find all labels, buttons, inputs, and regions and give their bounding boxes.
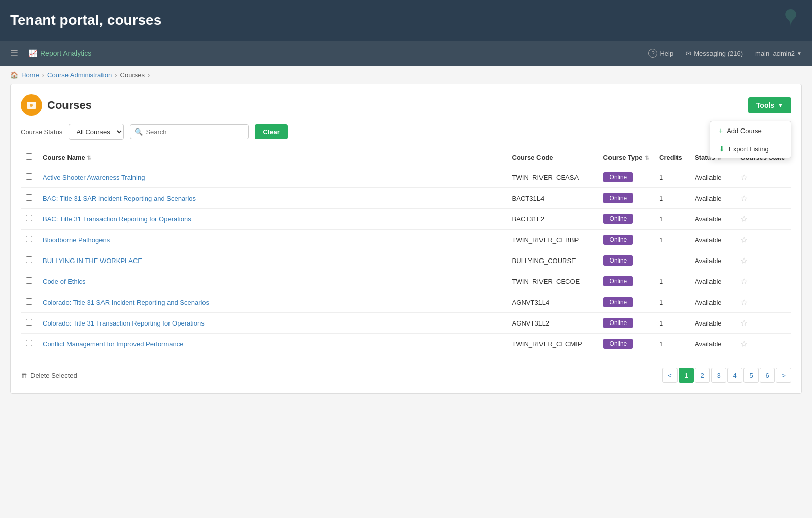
pagination: <123456> <box>662 368 791 383</box>
status-cell: Available <box>690 292 735 313</box>
row-checkbox-cell <box>21 334 38 354</box>
course-name-link[interactable]: BAC: Title 31 SAR Incident Reporting and… <box>43 195 196 202</box>
row-checkbox-5[interactable] <box>26 277 32 284</box>
course-name-link[interactable]: BULLYING IN THE WORKPLACE <box>43 257 142 265</box>
row-checkbox-8[interactable] <box>26 340 32 346</box>
course-name-link[interactable]: Colorado: Title 31 Transaction Reporting… <box>43 319 205 327</box>
star-icon[interactable]: ☆ <box>740 236 748 244</box>
nav-left: ☰ 📈 Report Analytics <box>10 48 91 59</box>
row-checkbox-0[interactable] <box>26 173 32 180</box>
delete-selected-button[interactable]: 🗑 Delete Selected <box>21 372 77 379</box>
pagination-prev[interactable]: < <box>662 368 678 383</box>
hamburger-icon[interactable]: ☰ <box>10 48 18 59</box>
credits-cell: 1 <box>654 188 690 209</box>
course-type-cell: Online <box>598 167 654 188</box>
pagination-page-5[interactable]: 5 <box>743 368 759 383</box>
top-header: Tenant portal, courses <box>0 0 812 41</box>
row-checkbox-3[interactable] <box>26 236 32 242</box>
row-checkbox-6[interactable] <box>26 298 32 305</box>
course-name-cell: Bloodborne Pathogens <box>38 230 507 250</box>
pagination-page-4[interactable]: 4 <box>727 368 742 383</box>
course-name-cell: BAC: Title 31 Transaction Reporting for … <box>38 209 507 230</box>
star-icon[interactable]: ☆ <box>740 256 748 265</box>
course-name-link[interactable]: Bloodborne Pathogens <box>43 236 110 244</box>
breadcrumb-home-link[interactable]: Home <box>21 71 39 79</box>
messaging-button[interactable]: ✉ Messaging (216) <box>686 50 743 57</box>
pagination-page-6[interactable]: 6 <box>760 368 775 383</box>
course-code-cell: TWIN_RIVER_CEASA <box>507 167 598 188</box>
star-icon[interactable]: ☆ <box>740 173 748 182</box>
table-row: Bloodborne Pathogens TWIN_RIVER_CEBBP On… <box>21 230 791 250</box>
row-checkbox-4[interactable] <box>26 256 32 263</box>
row-checkbox-1[interactable] <box>26 194 32 201</box>
table-header-row: Course Name Course Code Course Type Cred… <box>21 148 791 167</box>
nav-report-analytics[interactable]: 📈 Report Analytics <box>28 49 91 57</box>
course-name-cell: Colorado: Title 31 SAR Incident Reportin… <box>38 292 507 313</box>
tools-button[interactable]: Tools ▼ <box>748 97 791 113</box>
star-icon[interactable]: ☆ <box>740 194 748 203</box>
export-listing-item[interactable]: ⬇ Export Listing <box>710 140 791 158</box>
course-name-link[interactable]: Conflict Management for Improved Perform… <box>43 340 183 348</box>
state-cell: ☆ <box>735 167 791 188</box>
star-icon[interactable]: ☆ <box>740 215 748 223</box>
pagination-page-3[interactable]: 3 <box>711 368 726 383</box>
course-code-cell: AGNVT31L4 <box>507 292 598 313</box>
course-type-cell: Online <box>598 230 654 250</box>
breadcrumb-courses: Courses <box>120 71 145 79</box>
course-name-header[interactable]: Course Name <box>38 148 507 167</box>
course-type-badge: Online <box>603 214 633 224</box>
course-type-badge: Online <box>603 235 633 245</box>
course-name-cell: Code of Ethics <box>38 271 507 292</box>
row-checkbox-7[interactable] <box>26 319 32 326</box>
pagination-next[interactable]: > <box>776 368 791 383</box>
select-all-header <box>21 148 38 167</box>
course-type-header[interactable]: Course Type <box>598 148 654 167</box>
course-type-cell: Online <box>598 271 654 292</box>
course-code-cell: BACT31L4 <box>507 188 598 209</box>
course-name-link[interactable]: Active Shooter Awareness Training <box>43 174 145 181</box>
row-checkbox-cell <box>21 250 38 271</box>
course-name-link[interactable]: Code of Ethics <box>43 278 86 285</box>
pagination-page-2[interactable]: 2 <box>695 368 710 383</box>
trash-icon: 🗑 <box>21 372 27 379</box>
course-type-badge: Online <box>603 318 633 328</box>
table-body: Active Shooter Awareness Training TWIN_R… <box>21 167 791 354</box>
pagination-page-1[interactable]: 1 <box>679 368 694 383</box>
star-icon[interactable]: ☆ <box>740 298 748 307</box>
clear-button[interactable]: Clear <box>255 124 288 139</box>
row-checkbox-cell <box>21 271 38 292</box>
course-type-cell: Online <box>598 188 654 209</box>
credits-cell: 1 <box>654 292 690 313</box>
download-icon: ⬇ <box>719 145 725 153</box>
credits-header: Credits <box>654 148 690 167</box>
add-course-item[interactable]: + Add Course <box>710 121 791 140</box>
star-icon[interactable]: ☆ <box>740 340 748 348</box>
user-menu[interactable]: main_admin2 ▼ <box>755 50 802 57</box>
search-input[interactable] <box>143 125 244 139</box>
row-checkbox-cell <box>21 230 38 250</box>
svg-point-2 <box>30 104 33 107</box>
messaging-label: Messaging (216) <box>694 50 743 57</box>
table-row: BULLYING IN THE WORKPLACE BULLYING_COURS… <box>21 250 791 271</box>
breadcrumb-sep-2: › <box>115 71 117 79</box>
table-row: Active Shooter Awareness Training TWIN_R… <box>21 167 791 188</box>
state-cell: ☆ <box>735 334 791 354</box>
help-button[interactable]: ? Help <box>648 49 673 58</box>
credits-cell: 1 <box>654 209 690 230</box>
breadcrumb-course-admin-link[interactable]: Course Administration <box>47 71 112 79</box>
course-name-link[interactable]: Colorado: Title 31 SAR Incident Reportin… <box>43 299 209 306</box>
course-type-label: Course Type <box>603 154 643 161</box>
status-cell: Available <box>690 230 735 250</box>
star-icon[interactable]: ☆ <box>740 319 748 328</box>
course-code-cell: BULLYING_COURSE <box>507 250 598 271</box>
search-icon: 🔍 <box>134 128 143 136</box>
course-status-select[interactable]: All Courses Active Inactive <box>69 124 124 140</box>
row-checkbox-2[interactable] <box>26 215 32 221</box>
state-cell: ☆ <box>735 313 791 334</box>
course-type-badge: Online <box>603 297 633 307</box>
course-name-link[interactable]: BAC: Title 31 Transaction Reporting for … <box>43 215 191 223</box>
course-code-cell: TWIN_RIVER_CEBBP <box>507 230 598 250</box>
star-icon[interactable]: ☆ <box>740 277 748 286</box>
chevron-down-icon: ▼ <box>797 51 802 56</box>
select-all-checkbox[interactable] <box>26 153 32 160</box>
